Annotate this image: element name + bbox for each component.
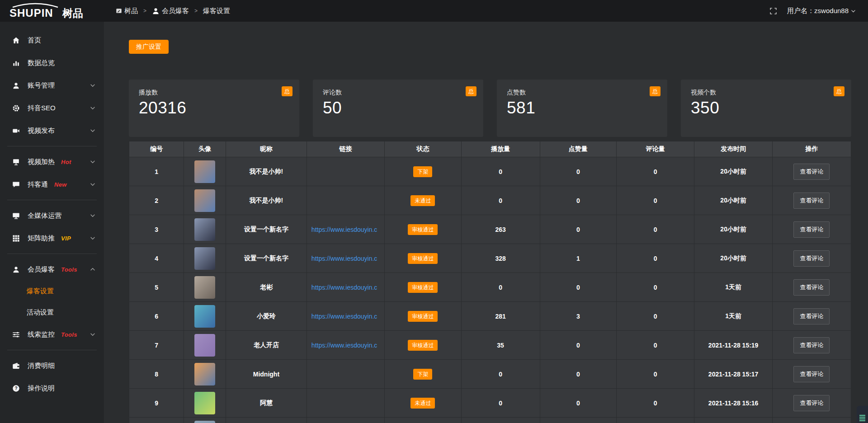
table-row: 8 Midnight 下架 0 0 0 2021-11-28 15:17 查看评… (129, 360, 851, 389)
avatar[interactable] (194, 421, 215, 423)
view-comments-button[interactable]: 查看评论 (793, 366, 830, 382)
sidebar-item-6[interactable]: 视频加热Hot (0, 150, 104, 173)
fullscreen-icon[interactable] (769, 7, 777, 15)
sidebar-item-9[interactable]: 全媒体运营 (0, 204, 104, 227)
cell-nickname: 老人开店 (226, 331, 307, 360)
video-camera-icon (12, 127, 20, 135)
table-row: 6 小爱玲 https://www.iesdouyin.c 审核通过 281 3… (129, 302, 851, 331)
status-badge[interactable]: 审核通过 (408, 224, 438, 235)
avatar[interactable] (194, 276, 215, 299)
cell-nickname: 设置一个新名字 (226, 215, 307, 244)
sidebar-item-3[interactable]: 抖音SEO (0, 97, 104, 119)
avatar[interactable] (194, 305, 215, 328)
breadcrumb-item[interactable]: 树品 (116, 7, 138, 15)
sidebar-item-7[interactable]: 抖客通New (0, 173, 104, 196)
column-header: 评论量 (616, 141, 694, 157)
breadcrumb-item[interactable]: 会员爆客 (152, 7, 189, 15)
cell-comments: 0 (616, 273, 694, 302)
cell-avatar (184, 360, 226, 389)
cell-status: 未通过 (385, 389, 461, 418)
cell-comments: 0 (616, 157, 694, 186)
table-row: 3 设置一个新名字 https://www.iesdouyin.c 审核通过 2… (129, 215, 851, 244)
cell-action: 查看评论 (772, 389, 851, 418)
view-comments-button[interactable]: 查看评论 (793, 164, 830, 180)
cell-number: 4 (129, 244, 184, 273)
sidebar-subitem[interactable]: 爆客设置 (0, 281, 104, 302)
view-comments-button[interactable]: 查看评论 (793, 279, 830, 296)
cell-number: 2 (129, 186, 184, 215)
cell-avatar (184, 389, 226, 418)
promote-settings-button[interactable]: 推广设置 (129, 40, 169, 54)
screen-icon (12, 158, 20, 166)
stat-card-label: 评论数 (323, 89, 473, 97)
stat-cards-row: 播放数 20316 总 评论数 50 总 点赞数 581 总 视频个数 350 … (129, 80, 851, 137)
view-comments-button[interactable]: 查看评论 (793, 193, 830, 209)
cell-publish-time: 1天前 (694, 273, 772, 302)
cell-link (307, 186, 384, 215)
video-link[interactable]: https://www.iesdouyin.c (311, 342, 377, 349)
cell-publish-time: 20小时前 (694, 215, 772, 244)
chevron-down-icon (90, 127, 96, 134)
total-badge: 总 (282, 86, 292, 96)
status-badge[interactable]: 审核通过 (408, 311, 438, 322)
sidebar-item-label: 首页 (28, 36, 41, 45)
view-comments-button[interactable]: 查看评论 (793, 337, 830, 353)
breadcrumb-separator: > (143, 8, 146, 14)
view-comments-button[interactable]: 查看评论 (793, 221, 830, 238)
cell-comments: 0 (616, 244, 694, 273)
avatar[interactable] (194, 334, 215, 357)
avatar[interactable] (194, 247, 215, 270)
sidebar-item-1[interactable]: 数据总览 (0, 52, 104, 74)
sidebar-item-16[interactable]: ?操作说明 (0, 377, 104, 400)
chevron-down-icon (90, 105, 96, 111)
stat-card-label: 播放数 (139, 89, 289, 97)
sidebar-subitem[interactable]: 活动设置 (0, 302, 104, 323)
avatar[interactable] (194, 189, 215, 212)
cell-likes: 0 (540, 215, 616, 244)
sidebar-item-10[interactable]: 矩阵助推VIP (0, 227, 104, 249)
status-badge[interactable]: 审核通过 (408, 282, 438, 293)
app-logo[interactable]: SHUPIN 树品 (0, 2, 104, 20)
user-menu[interactable]: 用户名：zswodun88 (787, 7, 856, 15)
cell-publish-time: 20小时前 (694, 186, 772, 215)
video-link[interactable]: https://www.iesdouyin.c (311, 255, 377, 262)
sidebar-item-15[interactable]: 消费明细 (0, 354, 104, 377)
video-link[interactable]: https://www.iesdouyin.c (311, 313, 377, 320)
view-comments-button[interactable]: 查看评论 (793, 395, 830, 411)
status-badge[interactable]: 未通过 (410, 398, 435, 409)
floating-widget[interactable] (857, 406, 868, 423)
cell-comments: 0 (616, 389, 694, 418)
cell-comments (616, 418, 694, 423)
sidebar-item-label: 视频发布 (28, 127, 55, 135)
cell-plays: 0 (461, 186, 540, 215)
breadcrumb-item[interactable]: 爆客设置 (203, 7, 230, 15)
cell-number (129, 418, 184, 423)
status-badge[interactable]: 未通过 (410, 195, 435, 206)
sidebar-item-0[interactable]: 首页 (0, 29, 104, 52)
status-badge[interactable]: 下架 (413, 166, 432, 177)
table-row: 5 老彬 https://www.iesdouyin.c 审核通过 0 0 0 … (129, 273, 851, 302)
avatar[interactable] (194, 363, 215, 385)
status-badge[interactable]: 审核通过 (408, 340, 438, 351)
stat-card-value: 581 (507, 99, 657, 118)
column-header: 链接 (307, 141, 384, 157)
cell-action: 查看评论 (772, 360, 851, 389)
avatar[interactable] (194, 392, 215, 414)
view-comments-button[interactable]: 查看评论 (793, 308, 830, 324)
sidebar-item-12[interactable]: 会员爆客Tools (0, 258, 104, 281)
view-comments-button[interactable]: 查看评论 (793, 250, 830, 267)
video-link[interactable]: https://www.iesdouyin.c (311, 284, 377, 291)
status-badge[interactable]: 下架 (413, 369, 432, 380)
status-badge[interactable]: 审核通过 (408, 253, 438, 264)
cell-avatar (184, 215, 226, 244)
video-link[interactable]: https://www.iesdouyin.c (311, 226, 377, 233)
user-icon (12, 82, 20, 89)
sidebar-item-label: 会员爆客 (28, 265, 55, 274)
cell-nickname: 设置一个新名字 (226, 244, 307, 273)
avatar[interactable] (194, 160, 215, 183)
sidebar-item-4[interactable]: 视频发布 (0, 119, 104, 142)
sidebar-item-13[interactable]: 线索监控Tools (0, 323, 104, 346)
sidebar-item-2[interactable]: 账号管理 (0, 74, 104, 97)
avatar[interactable] (194, 218, 215, 241)
cell-plays: 281 (461, 302, 540, 331)
